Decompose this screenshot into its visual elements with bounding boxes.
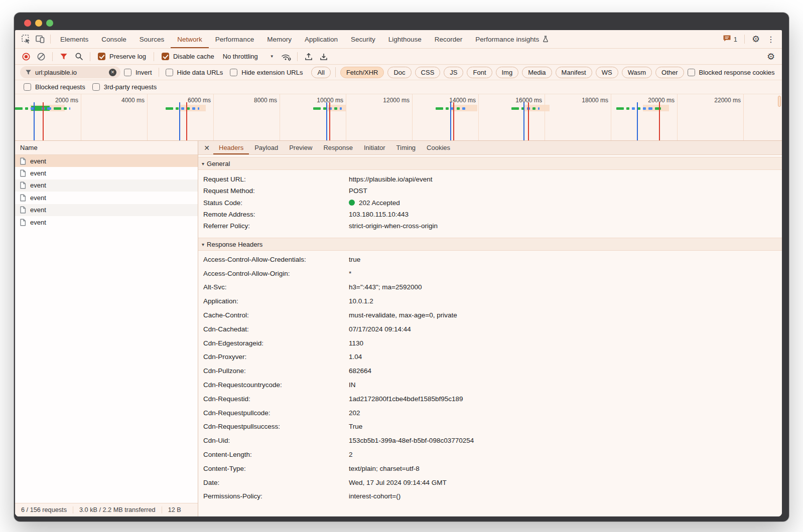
waterfall-dash: [47, 107, 51, 110]
waterfall-dash: [15, 107, 23, 110]
invert-checkbox[interactable]: Invert: [124, 69, 152, 76]
header-value: h3=":443"; ma=2592000: [349, 283, 782, 291]
header-value: 103.180.115.10:443: [349, 211, 782, 218]
header-name: Alt-Svc:: [198, 283, 349, 291]
request-name: event: [30, 182, 46, 189]
request-row[interactable]: event: [15, 167, 198, 179]
request-row[interactable]: event: [15, 216, 198, 228]
tab-memory[interactable]: Memory: [260, 30, 298, 48]
panel-tabs: ElementsConsoleSourcesNetworkPerformance…: [54, 30, 555, 48]
detail-tab-cookies[interactable]: Cookies: [421, 141, 456, 154]
search-icon[interactable]: [72, 50, 86, 64]
tab-recorder[interactable]: Recorder: [428, 30, 469, 48]
filter-type-css[interactable]: CSS: [415, 67, 441, 78]
detail-tab-payload[interactable]: Payload: [249, 141, 284, 154]
close-window-button[interactable]: [24, 20, 31, 27]
filter-type-all[interactable]: All: [311, 67, 330, 78]
network-conditions-icon[interactable]: [279, 50, 293, 64]
filter-type-doc[interactable]: Doc: [387, 67, 411, 78]
export-har-icon[interactable]: [317, 50, 331, 64]
more-options-icon[interactable]: ⋮: [764, 32, 778, 46]
clear-network-log-button[interactable]: [34, 50, 48, 64]
waterfall-dash: [643, 107, 646, 110]
hide-extension-urls-checkbox[interactable]: Hide extension URLs: [230, 69, 303, 76]
header-value: strict-origin-when-cross-origin: [349, 222, 782, 230]
header-value: POST: [349, 187, 782, 195]
timeline-scroll-handle[interactable]: [778, 96, 781, 107]
tab-sources[interactable]: Sources: [133, 30, 171, 48]
tab-network[interactable]: Network: [171, 30, 209, 48]
import-har-icon[interactable]: [302, 50, 316, 64]
detail-tab-response[interactable]: Response: [318, 141, 358, 154]
waterfall-dash: [198, 107, 199, 110]
filter-query-input[interactable]: [35, 69, 105, 76]
request-row[interactable]: event: [15, 204, 198, 216]
settings-gear-icon[interactable]: ⚙: [749, 32, 763, 46]
request-row[interactable]: event: [15, 180, 198, 192]
header-name: Permissions-Policy:: [198, 492, 349, 500]
request-row[interactable]: event: [15, 155, 198, 167]
filter-type-wasm[interactable]: Wasm: [622, 67, 652, 78]
filter-type-img[interactable]: Img: [496, 67, 519, 78]
disable-cache-checkbox[interactable]: Disable cache: [162, 53, 214, 60]
inspect-element-icon[interactable]: [19, 32, 33, 46]
response-headers-section-header[interactable]: ▾ Response Headers: [198, 238, 782, 251]
tab-security[interactable]: Security: [344, 30, 382, 48]
tab-elements[interactable]: Elements: [54, 30, 95, 48]
issues-counter[interactable]: 1: [720, 35, 740, 44]
load-event-line: [186, 102, 187, 140]
tab-application[interactable]: Application: [298, 30, 344, 48]
throttling-select[interactable]: No throttling ▼: [219, 53, 278, 60]
header-value: true: [349, 256, 782, 263]
blocked-requests-label: Blocked requests: [35, 83, 85, 91]
minimize-window-button[interactable]: [35, 20, 42, 27]
detail-tab-timing[interactable]: Timing: [391, 141, 422, 154]
detail-tab-preview[interactable]: Preview: [284, 141, 318, 154]
detail-tab-headers[interactable]: Headers: [213, 141, 249, 154]
filter-type-other[interactable]: Other: [655, 67, 684, 78]
hide-data-urls-checkbox[interactable]: Hide data URLs: [166, 69, 223, 76]
zoom-window-button[interactable]: [46, 20, 53, 27]
waterfall-dash: [436, 107, 443, 110]
device-toolbar-icon[interactable]: [33, 32, 47, 46]
filter-type-font[interactable]: Font: [467, 67, 492, 78]
tab-lighthouse[interactable]: Lighthouse: [382, 30, 428, 48]
header-row: Content-Type:text/plain; charset=utf-8: [198, 461, 782, 475]
detail-tab-initiator[interactable]: Initiator: [358, 141, 391, 154]
blocked-requests-checkbox[interactable]: Blocked requests: [24, 83, 85, 91]
blocked-response-cookies-checkbox[interactable]: Blocked response cookies: [688, 69, 775, 76]
tab-console[interactable]: Console: [95, 30, 133, 48]
record-network-log-button[interactable]: [19, 50, 33, 64]
general-section-header[interactable]: ▾ General: [198, 157, 782, 170]
filter-type-fetch-xhr[interactable]: Fetch/XHR: [340, 67, 384, 78]
waterfall-dash: [511, 107, 519, 110]
preserve-log-checkbox[interactable]: Preserve log: [98, 53, 146, 60]
network-overview-timeline[interactable]: 2000 ms4000 ms6000 ms8000 ms10000 ms1200…: [15, 94, 782, 141]
filter-toggle-icon[interactable]: [57, 50, 71, 64]
tab-label: Console: [101, 36, 126, 43]
header-row: Cdn-Proxyver:1.04: [198, 350, 782, 364]
waterfall-dash: [340, 107, 342, 110]
close-detail-icon[interactable]: ✕: [200, 141, 213, 154]
network-settings-gear-icon[interactable]: ⚙: [764, 50, 778, 64]
checkbox-unchecked-icon: [92, 83, 100, 91]
tab-performance[interactable]: Performance: [209, 30, 260, 48]
header-row: Cache-Control:must-revalidate, max-age=0…: [198, 308, 782, 322]
third-party-requests-checkbox[interactable]: 3rd-party requests: [92, 83, 157, 91]
request-row[interactable]: event: [15, 192, 198, 204]
name-column-header[interactable]: Name: [15, 141, 198, 155]
preserve-log-label: Preserve log: [109, 53, 146, 60]
tab-performance-insights[interactable]: Performance insights: [469, 30, 555, 48]
header-row: Date:Wed, 17 Jul 2024 09:14:44 GMT: [198, 475, 782, 489]
invert-label: Invert: [136, 69, 152, 76]
header-value: text/plain; charset=utf-8: [349, 465, 782, 472]
request-detail-pane: ✕ HeadersPayloadPreviewResponseInitiator…: [198, 141, 782, 516]
filter-type-media[interactable]: Media: [522, 67, 552, 78]
header-value: 1130: [349, 339, 782, 347]
blocked-response-cookies-label: Blocked response cookies: [699, 69, 775, 76]
filter-type-js[interactable]: JS: [444, 67, 463, 78]
filter-type-ws[interactable]: WS: [596, 67, 618, 78]
filter-type-manifest[interactable]: Manifest: [556, 67, 592, 78]
file-icon: [20, 182, 26, 189]
clear-filter-icon[interactable]: ✕: [109, 69, 116, 76]
